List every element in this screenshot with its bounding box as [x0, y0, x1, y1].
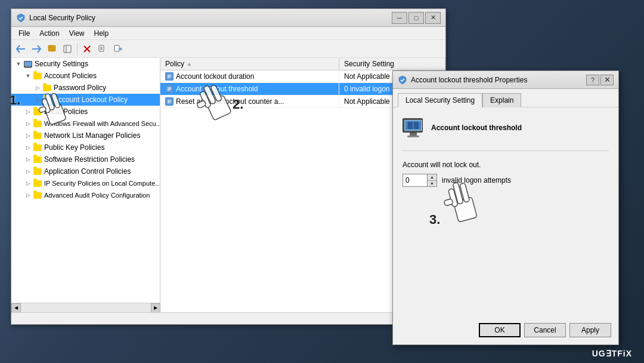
- tab-local-security[interactable]: Local Security Setting: [398, 93, 482, 107]
- toolbar: [11, 40, 445, 58]
- ok-button[interactable]: OK: [479, 323, 521, 337]
- tree-account-policies[interactable]: ▼ Account Policies: [11, 70, 160, 82]
- sort-indicator: ▲: [187, 61, 192, 67]
- tree-panel: ▼ Security Settings ▼ Account Policies: [11, 58, 160, 324]
- firewall-icon: [33, 119, 42, 128]
- password-policy-expander[interactable]: ▷: [33, 83, 42, 93]
- menu-help[interactable]: Help: [89, 28, 114, 39]
- title-bar-left: Local Security Policy: [16, 13, 95, 23]
- dialog-buttons: OK Cancel Apply: [479, 323, 611, 337]
- scroll-left[interactable]: ◀: [11, 303, 21, 313]
- public-key-expander[interactable]: ▷: [23, 143, 33, 152]
- tree-advanced-audit[interactable]: ▷ Advanced Audit Policy Configuration: [11, 189, 160, 201]
- forward-button[interactable]: [29, 42, 44, 56]
- tree-network-list[interactable]: ▷ Network List Manager Policies: [11, 130, 160, 141]
- root-icon: [23, 59, 33, 69]
- public-key-icon: [33, 143, 42, 152]
- dialog-title-left: Account lockout threshold Properties: [398, 75, 527, 85]
- not-lock-text: Account will not lock out.: [402, 161, 609, 169]
- scroll-track[interactable]: [21, 303, 151, 312]
- attempts-label: invalid logon attempts: [442, 176, 511, 184]
- spinner-buttons: ▲ ▼: [427, 174, 436, 186]
- software-restriction-label: Software Restriction Policies: [44, 155, 135, 164]
- svg-rect-3: [48, 45, 51, 48]
- app-control-expander[interactable]: ▷: [23, 167, 33, 176]
- main-window: Local Security Policy ─ □ ✕ File Action …: [11, 8, 446, 325]
- show-hide-button[interactable]: [60, 42, 75, 56]
- minimize-button[interactable]: ─: [392, 12, 407, 24]
- delete-button[interactable]: [80, 42, 94, 56]
- network-list-expander[interactable]: ▷: [23, 131, 33, 140]
- menu-bar: File Action View Help: [11, 27, 445, 40]
- left-scrollbar[interactable]: ◀ ▶: [11, 303, 160, 312]
- dialog-controls: ? ✕: [586, 75, 614, 85]
- properties-button[interactable]: [95, 42, 110, 56]
- firewall-expander[interactable]: ▷: [23, 119, 33, 128]
- account-policies-label: Account Policies: [44, 72, 97, 80]
- spinner-down-button[interactable]: ▼: [428, 181, 436, 187]
- dialog-help-button[interactable]: ?: [586, 75, 599, 85]
- tree-ip-security[interactable]: ▷ IP Security Policies on Local Compute.…: [11, 177, 160, 189]
- watermark: UG∃TFiX: [592, 349, 632, 358]
- cancel-button[interactable]: Cancel: [524, 323, 566, 337]
- password-policy-icon: [42, 83, 52, 93]
- main-window-title: Local Security Policy: [29, 14, 95, 22]
- policy-column-header[interactable]: Policy ▲: [160, 58, 339, 70]
- scroll-right[interactable]: ▶: [151, 303, 160, 313]
- policy-icon-threshold: [165, 85, 174, 93]
- apply-button[interactable]: Apply: [569, 323, 611, 337]
- up-button[interactable]: [45, 42, 59, 56]
- local-policies-label: Local Policies: [44, 107, 88, 116]
- window-controls: ─ □ ✕: [392, 12, 441, 24]
- main-title-bar: Local Security Policy ─ □ ✕: [11, 9, 445, 27]
- local-policies-expander[interactable]: ▷: [23, 107, 33, 116]
- root-expander[interactable]: ▼: [14, 59, 23, 69]
- toolbar-sep-1: [77, 43, 78, 55]
- menu-view[interactable]: View: [64, 28, 89, 39]
- account-policies-icon: [33, 71, 42, 81]
- firewall-label: Windows Firewall with Advanced Secu...: [44, 120, 160, 127]
- tree-lockout-policy[interactable]: ▷ Account Lockout Policy: [11, 94, 160, 106]
- network-list-icon: [33, 131, 42, 140]
- svg-rect-17: [25, 67, 31, 68]
- ip-security-expander[interactable]: ▷: [23, 179, 33, 188]
- tab-explain[interactable]: Explain: [482, 93, 521, 107]
- back-button[interactable]: [14, 42, 28, 56]
- menu-action[interactable]: Action: [35, 28, 64, 39]
- advanced-audit-expander[interactable]: ▷: [23, 190, 33, 200]
- maximize-button[interactable]: □: [408, 12, 424, 24]
- tree-root-label: Security Settings: [35, 60, 88, 68]
- spinner-group: ▲ ▼: [402, 174, 437, 187]
- policy-name-duration: Account lockout duration: [160, 70, 339, 82]
- export-button[interactable]: [111, 42, 125, 56]
- tree-app-control[interactable]: ▷ Application Control Policies: [11, 165, 160, 177]
- dialog-divider: [402, 150, 609, 151]
- public-key-label: Public Key Policies: [44, 143, 104, 152]
- setting-column-header[interactable]: Security Setting: [339, 58, 445, 70]
- dialog-title-icon: [398, 75, 407, 85]
- dialog-content: Account lockout threshold Account will n…: [393, 107, 618, 208]
- menu-file[interactable]: File: [14, 28, 35, 39]
- software-restriction-expander[interactable]: ▷: [23, 155, 33, 164]
- spinner-up-button[interactable]: ▲: [428, 174, 436, 181]
- close-button[interactable]: ✕: [425, 12, 441, 24]
- dialog-header-row: Account lockout threshold: [402, 117, 609, 139]
- password-policy-label: Password Policy: [54, 84, 106, 92]
- lockout-policy-expander[interactable]: ▷: [33, 95, 42, 104]
- tree-local-policies[interactable]: ▷ Local Policies: [11, 106, 160, 118]
- policy-name-threshold: Account lockout threshold: [160, 83, 339, 95]
- svg-rect-15: [24, 61, 32, 66]
- tree-software-restriction[interactable]: ▷ Software Restriction Policies: [11, 153, 160, 165]
- policy-name-reset: Reset account lockout counter a...: [160, 96, 339, 107]
- account-policies-expander[interactable]: ▼: [23, 71, 33, 81]
- tree-root[interactable]: ▼ Security Settings: [11, 58, 160, 70]
- security-icon: [16, 13, 26, 23]
- svg-rect-12: [114, 45, 119, 51]
- dialog-close-button[interactable]: ✕: [600, 75, 614, 85]
- dialog-title-text: Account lockout threshold Properties: [411, 76, 527, 84]
- svg-rect-31: [414, 122, 419, 129]
- tree-firewall[interactable]: ▷ Windows Firewall with Advanced Secu...: [11, 118, 160, 130]
- tree-public-key[interactable]: ▷ Public Key Policies: [11, 141, 160, 153]
- tree-password-policy[interactable]: ▷ Password Policy: [11, 82, 160, 94]
- spinner-input[interactable]: [403, 174, 427, 186]
